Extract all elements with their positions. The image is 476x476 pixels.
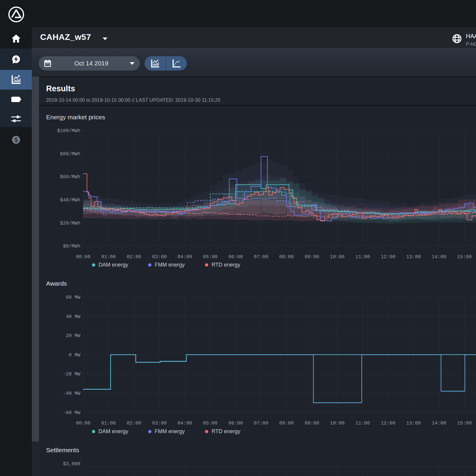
svg-text:$: $ <box>14 137 18 143</box>
